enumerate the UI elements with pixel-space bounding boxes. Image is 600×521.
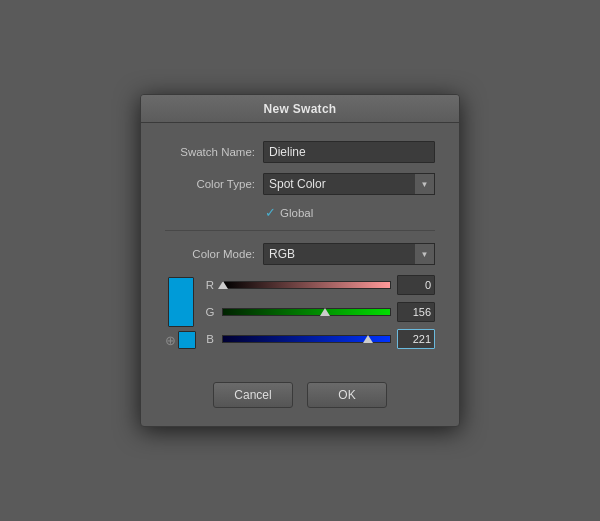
dialog-footer: Cancel OK <box>141 372 459 426</box>
swatch-name-input[interactable] <box>263 141 435 163</box>
color-mode-select[interactable]: RGB CMYK HSB Lab <box>263 243 435 265</box>
slider-row-r: R <box>204 275 435 295</box>
color-type-select-wrapper: Spot Color Process Color ▼ <box>263 173 435 195</box>
r-slider[interactable] <box>222 281 391 289</box>
g-slider[interactable] <box>222 308 391 316</box>
color-mode-label: Color Mode: <box>165 248 255 260</box>
slider-row-b: B <box>204 329 435 349</box>
color-mode-row: Color Mode: RGB CMYK HSB Lab ▼ <box>165 243 435 265</box>
color-swatch-main <box>168 277 194 327</box>
b-thumb <box>363 335 373 343</box>
r-value-input[interactable] <box>397 275 435 295</box>
dialog-body: Swatch Name: Color Type: Spot Color Proc… <box>141 123 459 372</box>
color-type-label: Color Type: <box>165 178 255 190</box>
swatch-col: ⊕ <box>165 275 196 349</box>
checkmark-icon: ✓ <box>265 205 276 220</box>
r-thumb <box>218 281 228 289</box>
color-swatch-secondary <box>178 331 196 349</box>
g-thumb <box>320 308 330 316</box>
g-value-input[interactable] <box>397 302 435 322</box>
b-slider[interactable] <box>222 335 391 343</box>
color-type-select[interactable]: Spot Color Process Color <box>263 173 435 195</box>
ok-button[interactable]: OK <box>307 382 387 408</box>
swatch-name-row: Swatch Name: <box>165 141 435 163</box>
global-checkbox-label[interactable]: ✓ Global <box>265 205 313 220</box>
globe-icon: ⊕ <box>165 333 176 348</box>
new-swatch-dialog: New Swatch Swatch Name: Color Type: Spot… <box>140 94 460 427</box>
swatch-name-label: Swatch Name: <box>165 146 255 158</box>
g-label: G <box>204 306 216 318</box>
dialog-title: New Swatch <box>141 95 459 123</box>
globe-area: ⊕ <box>165 331 196 349</box>
b-label: B <box>204 333 216 345</box>
slider-row-g: G <box>204 302 435 322</box>
color-preview-area: ⊕ R G <box>165 275 435 356</box>
color-mode-select-wrapper: RGB CMYK HSB Lab ▼ <box>263 243 435 265</box>
divider <box>165 230 435 231</box>
b-value-input[interactable] <box>397 329 435 349</box>
global-row: ✓ Global <box>165 205 435 220</box>
r-label: R <box>204 279 216 291</box>
cancel-button[interactable]: Cancel <box>213 382 293 408</box>
color-type-row: Color Type: Spot Color Process Color ▼ <box>165 173 435 195</box>
sliders-col: R G B <box>204 275 435 356</box>
global-label: Global <box>280 207 313 219</box>
